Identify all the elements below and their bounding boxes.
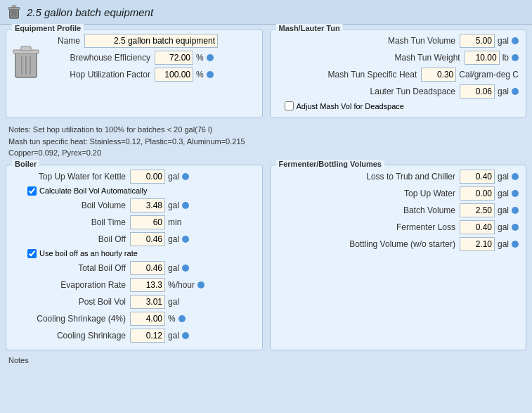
brewhouse-info-dot[interactable]	[207, 54, 214, 61]
fermenter-top-up-unit: gal	[498, 189, 509, 198]
post-boil-unit: gal	[168, 297, 179, 307]
adjust-label: Adjust Mash Vol for Deadspace	[297, 102, 404, 110]
name-input[interactable]	[84, 34, 218, 48]
boil-volume-dot[interactable]	[182, 202, 189, 209]
top-up-kettle-dot[interactable]	[182, 173, 189, 180]
mash-volume-label: Mash Tun Volume	[388, 36, 455, 46]
post-boil-label: Post Boil Vol	[13, 297, 126, 307]
use-hourly-row: Use boil off as an hourly rate	[27, 249, 255, 258]
notes-section: Notes: Set hop utilization to 100% for b…	[6, 122, 526, 160]
boil-volume-row: Boil Volume gal	[13, 198, 255, 212]
boil-time-input[interactable]	[130, 215, 165, 229]
note-2: Mash tun specific heat: Stainless=0.12, …	[8, 136, 524, 148]
batch-volume-label: Batch Volume	[403, 205, 455, 215]
fermenter-loss-label: Fermenter Loss	[396, 222, 455, 232]
deadspace-label: Lauter Tun Deadspace	[370, 87, 455, 96]
boil-off-unit: gal	[168, 234, 179, 244]
mash-tun-section: Mash/Lauter Tun Mash Tun Volume gal Mash…	[270, 29, 527, 118]
total-boil-off-dot[interactable]	[182, 265, 189, 272]
trub-input[interactable]	[460, 170, 495, 184]
evap-rate-dot[interactable]	[197, 281, 205, 288]
hop-row: Hop Utilization Factor %	[52, 68, 255, 82]
note-3: Copper=0.092, Pyrex=0.20	[8, 147, 524, 159]
boiler-section: Boiler Top Up Water for Kettle gal Calcu…	[6, 165, 263, 350]
page-title: 2.5 gallon batch equipment	[27, 6, 153, 18]
adjust-row: Adjust Mash Vol for Deadspace	[285, 101, 519, 110]
fermenter-top-up-dot[interactable]	[512, 190, 519, 197]
evap-rate-label: Evaporation Rate	[13, 280, 126, 290]
boil-off-input[interactable]	[130, 232, 165, 246]
bottling-volume-dot[interactable]	[512, 241, 519, 248]
brewhouse-unit: %	[196, 53, 204, 63]
total-boil-off-input[interactable]	[130, 261, 165, 275]
bottom-section: Boiler Top Up Water for Kettle gal Calcu…	[6, 165, 526, 350]
deadspace-row: Lauter Tun Deadspace gal	[278, 84, 519, 99]
notes-footer: Notes	[6, 355, 526, 366]
cooling-shrink-unit: %	[168, 314, 176, 324]
top-section: Equipment Profile Name	[6, 29, 526, 118]
cooling-shrink-dot[interactable]	[179, 315, 186, 322]
specific-heat-input[interactable]	[421, 68, 456, 82]
hop-input[interactable]	[155, 68, 193, 82]
mash-weight-dot[interactable]	[512, 54, 519, 61]
fermenter-loss-input[interactable]	[460, 220, 495, 234]
main-content: Equipment Profile Name	[0, 25, 532, 370]
cooling-shrink-input[interactable]	[130, 312, 165, 326]
cooling-shrink-label: Cooling Shrinkage (4%)	[13, 314, 126, 324]
total-boil-off-unit: gal	[168, 263, 179, 273]
mash-weight-row: Mash Tun Weight lb	[278, 51, 519, 65]
calc-auto-label: Calculate Boil Vol Automatically	[39, 186, 147, 195]
bottling-volume-row: Bottling Volume (w/o starter) gal	[278, 237, 519, 251]
evap-rate-input[interactable]	[130, 278, 165, 292]
deadspace-input[interactable]	[460, 84, 495, 99]
use-hourly-checkbox[interactable]	[27, 249, 37, 258]
trub-dot[interactable]	[512, 173, 519, 180]
total-boil-off-row: Total Boil Off gal	[13, 261, 255, 275]
post-boil-input[interactable]	[130, 295, 165, 309]
cooling-shrink2-label: Cooling Shrinkage	[13, 331, 126, 341]
boil-volume-input[interactable]	[130, 198, 165, 212]
mash-volume-dot[interactable]	[512, 37, 519, 44]
fermenter-loss-unit: gal	[498, 222, 509, 232]
bottling-volume-label: Bottling Volume (w/o starter)	[349, 239, 455, 249]
fermenter-loss-dot[interactable]	[512, 224, 519, 231]
mash-volume-input[interactable]	[460, 34, 495, 48]
fermenter-loss-row: Fermenter Loss gal	[278, 220, 519, 234]
bottling-volume-input[interactable]	[460, 237, 495, 251]
specific-heat-row: Mash Tun Specific Heat Cal/gram-deg C	[278, 68, 519, 82]
boiler-label: Boiler	[12, 160, 39, 168]
ep-fields: Name Brewhouse Efficiency % Hop Utilizat…	[52, 34, 255, 82]
mash-weight-input[interactable]	[465, 51, 500, 65]
calc-auto-checkbox[interactable]	[27, 186, 37, 196]
cooling-shrink2-dot[interactable]	[182, 332, 189, 339]
boil-off-label: Boil Off	[13, 234, 126, 244]
svg-rect-1	[8, 8, 20, 10]
adjust-checkbox[interactable]	[285, 101, 294, 110]
deadspace-dot[interactable]	[512, 88, 519, 95]
name-row: Name	[52, 34, 255, 48]
fermenter-top-up-row: Top Up Water gal	[278, 186, 519, 201]
batch-volume-dot[interactable]	[512, 207, 519, 214]
name-label: Name	[52, 36, 80, 46]
evap-rate-unit: %/hour	[168, 280, 195, 290]
mash-tun-label: Mash/Lauter Tun	[276, 24, 343, 32]
specific-heat-label: Mash Tun Specific Heat	[328, 70, 417, 80]
boil-volume-label: Boil Volume	[13, 201, 126, 210]
batch-volume-row: Batch Volume gal	[278, 203, 519, 217]
cooling-shrink2-input[interactable]	[130, 329, 165, 343]
mash-volume-row: Mash Tun Volume gal	[278, 34, 519, 48]
fermenter-top-up-input[interactable]	[460, 186, 495, 201]
batch-volume-input[interactable]	[460, 203, 495, 217]
boil-off-dot[interactable]	[182, 236, 189, 243]
brewhouse-row: Brewhouse Efficiency %	[52, 51, 255, 65]
fermenter-label: Fermenter/Bottling Volumes	[276, 160, 384, 168]
hop-info-dot[interactable]	[207, 71, 214, 78]
boil-time-unit: min	[168, 217, 181, 227]
brewhouse-input[interactable]	[155, 51, 193, 65]
cooling-shrink2-unit: gal	[168, 331, 179, 341]
trub-unit: gal	[498, 172, 509, 182]
hop-unit: %	[196, 70, 204, 80]
top-up-kettle-unit: gal	[168, 172, 179, 182]
top-up-kettle-input[interactable]	[130, 170, 165, 184]
cooling-shrink2-row: Cooling Shrinkage gal	[13, 329, 255, 343]
